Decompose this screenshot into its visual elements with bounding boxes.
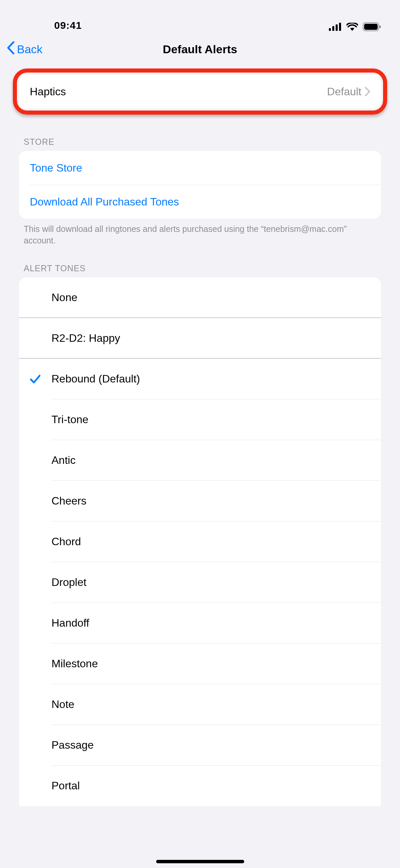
haptics-value: Default	[327, 85, 361, 98]
store-header: STORE	[24, 137, 381, 147]
chevron-left-icon	[7, 41, 17, 57]
alert-tone-row[interactable]: Passage	[19, 725, 381, 766]
svg-rect-2	[336, 24, 338, 31]
back-button[interactable]: Back	[7, 41, 43, 57]
alert-tone-row[interactable]: Antic	[19, 440, 381, 481]
haptics-label: Haptics	[30, 85, 66, 98]
alert-tones-list: NoneR2-D2: HappyRebound (Default)Tri-ton…	[19, 277, 381, 806]
battery-icon	[363, 22, 381, 31]
alert-tone-row[interactable]: Portal	[19, 766, 381, 806]
status-time: 09:41	[19, 20, 82, 31]
tone-store-label: Tone Store	[30, 162, 82, 174]
alert-tone-label: Droplet	[51, 576, 381, 589]
alert-tone-row[interactable]: Droplet	[19, 562, 381, 603]
page-title: Default Alerts	[0, 43, 400, 56]
alert-tone-row[interactable]: Cheers	[19, 481, 381, 521]
alert-tone-label: Handoff	[51, 617, 381, 629]
alert-tone-row[interactable]: R2-D2: Happy	[19, 318, 381, 359]
alert-tone-label: Chord	[51, 535, 381, 548]
cellular-icon	[329, 23, 342, 31]
checkmark-icon	[19, 373, 51, 385]
svg-rect-6	[379, 25, 381, 28]
svg-rect-3	[339, 23, 341, 31]
svg-rect-0	[329, 28, 331, 31]
svg-rect-1	[332, 26, 334, 31]
alert-tone-label: Note	[51, 698, 381, 711]
alert-tone-label: Portal	[51, 780, 381, 792]
alert-tone-row[interactable]: Rebound (Default)	[19, 359, 381, 399]
wifi-icon	[346, 23, 358, 31]
alert-tone-label: None	[51, 291, 381, 304]
alert-tone-row[interactable]: None	[19, 277, 381, 318]
alert-tone-row[interactable]: Milestone	[19, 644, 381, 684]
status-bar: 09:41	[0, 0, 400, 34]
chevron-right-icon	[365, 87, 370, 96]
alert-tone-row[interactable]: Chord	[19, 521, 381, 562]
home-indicator	[156, 860, 244, 863]
highlight-annotation: Haptics Default	[19, 75, 381, 108]
alert-tone-row[interactable]: Note	[19, 684, 381, 725]
alert-tone-label: Tri-tone	[51, 413, 381, 426]
tone-store-row[interactable]: Tone Store	[19, 151, 381, 185]
alert-tone-label: Passage	[51, 739, 381, 751]
alert-tone-label: R2-D2: Happy	[51, 332, 381, 344]
alert-tone-label: Antic	[51, 454, 381, 467]
store-footer: This will download all ringtones and ale…	[24, 223, 376, 246]
download-tones-label: Download All Purchased Tones	[30, 196, 179, 208]
haptics-row[interactable]: Haptics Default	[19, 75, 381, 108]
alert-tone-label: Rebound (Default)	[51, 373, 381, 385]
alert-tone-row[interactable]: Handoff	[19, 603, 381, 644]
alert-tone-label: Milestone	[51, 657, 381, 670]
alert-tone-label: Cheers	[51, 495, 381, 507]
download-tones-row[interactable]: Download All Purchased Tones	[19, 185, 381, 219]
alert-tones-header: ALERT TONES	[24, 263, 381, 273]
back-label: Back	[17, 43, 43, 56]
svg-rect-5	[364, 24, 378, 30]
nav-bar: Back Default Alerts	[0, 34, 400, 64]
alert-tone-row[interactable]: Tri-tone	[19, 399, 381, 440]
